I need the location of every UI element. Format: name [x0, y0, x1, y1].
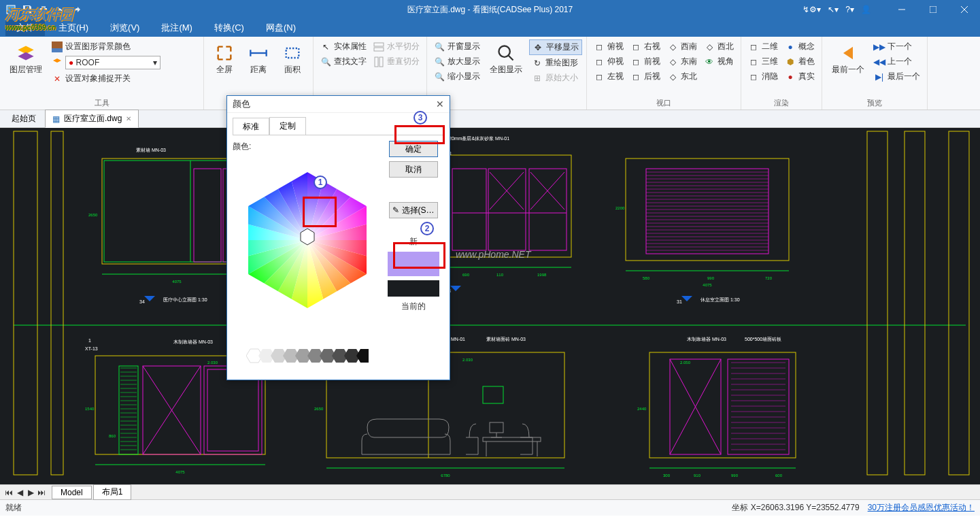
view-angle[interactable]: 👁视角: [701, 54, 737, 69]
menu-file[interactable]: 文件: [5, 20, 45, 36]
close-tab-icon[interactable]: ✕: [126, 115, 131, 122]
view-ne[interactable]: ◇东北: [664, 69, 700, 84]
cancel-button[interactable]: 取消: [389, 161, 438, 178]
dialog-title-bar[interactable]: 颜色 ✕: [227, 96, 450, 113]
color-label: 颜色:: [233, 141, 382, 152]
orig-size-button[interactable]: ⊞原始大小: [529, 71, 582, 85]
quick-access-toolbar: [0, 3, 87, 16]
tab-layout1[interactable]: 布局1: [93, 484, 132, 500]
tab-next-icon[interactable]: ▶: [26, 488, 35, 497]
svg-text:34: 34: [139, 299, 145, 304]
render-3d[interactable]: ◻三维: [745, 54, 781, 69]
tab-model[interactable]: Model: [52, 486, 92, 499]
print-icon[interactable]: [37, 3, 50, 16]
view-se[interactable]: ◇东南: [664, 54, 700, 69]
title-bar: 医疗室立面.dwg - 看图纸(CADSee Plus) 2017 ↯⚙▾ ↖▾…: [0, 0, 980, 19]
view-sw[interactable]: ◇西南: [664, 39, 700, 54]
next-button[interactable]: ▶▶下一个: [871, 39, 923, 54]
tab-doc1[interactable]: ▦医疗室立面.dwg✕: [45, 110, 139, 128]
entity-prop-button[interactable]: ↖实体属性: [318, 39, 369, 54]
cursor-icon[interactable]: ↖▾: [828, 5, 839, 14]
menu-view[interactable]: 浏览(V): [102, 20, 148, 36]
render-shade[interactable]: ⬢着色: [782, 54, 817, 69]
area-button[interactable]: 面积: [276, 39, 309, 78]
tab-last-icon[interactable]: ⏭: [37, 488, 46, 497]
svg-text:600: 600: [775, 473, 783, 478]
view-up[interactable]: ◻仰视: [591, 54, 626, 69]
zoom-window-button[interactable]: 🔍开窗显示: [431, 39, 483, 54]
tab-nav-arrows: ⏮ ◀ ▶ ⏭: [4, 488, 46, 497]
undo-icon[interactable]: [53, 3, 67, 16]
bg-color-button[interactable]: 设置图形背景颜色: [49, 39, 163, 54]
h-split-button[interactable]: 水平切分: [371, 39, 422, 54]
menu-home[interactable]: 主页(H): [50, 20, 97, 36]
render-2d[interactable]: ◻二维: [745, 39, 781, 54]
view-nw[interactable]: ◇西北: [701, 39, 737, 54]
preview-group-label: 预览: [826, 97, 923, 110]
zoom-out-button[interactable]: 🔍缩小显示: [431, 69, 483, 84]
tab-first-icon[interactable]: ⏮: [4, 488, 14, 497]
render-real[interactable]: ●真实: [782, 69, 817, 84]
dialog-close-icon[interactable]: ✕: [436, 99, 444, 110]
svg-text:910: 910: [694, 473, 701, 478]
fullscreen-button[interactable]: 全屏: [208, 39, 241, 78]
svg-text:580: 580: [643, 276, 650, 280]
close-button[interactable]: [949, 0, 980, 19]
view-top[interactable]: ◻俯视: [591, 39, 626, 54]
view-right[interactable]: ◻右视: [628, 39, 663, 54]
svg-text:医疗中心立面图 1:30: 医疗中心立面图 1:30: [163, 297, 207, 302]
layer-select-row[interactable]: ● ROOF▾: [49, 54, 163, 71]
zoom-in-button[interactable]: 🔍放大显示: [431, 54, 483, 69]
tab-start[interactable]: 起始页: [4, 110, 44, 128]
render-concept[interactable]: ●概念: [782, 39, 817, 54]
svg-rect-14: [375, 57, 378, 67]
status-promo-link[interactable]: 30万注册会员感恩优惠活动！: [868, 502, 975, 514]
layer-select[interactable]: ● ROOF▾: [65, 56, 160, 69]
render-hide[interactable]: ◻消隐: [745, 69, 781, 84]
pan-button[interactable]: ✥平移显示: [529, 39, 582, 55]
distance-button[interactable]: 距离: [242, 39, 275, 78]
last-button[interactable]: ▶|最后一个: [871, 69, 923, 84]
svg-rect-78: [949, 131, 969, 475]
pick-color-button[interactable]: ✎选择(S…: [389, 202, 438, 218]
save-icon[interactable]: [20, 3, 34, 16]
canvas-area[interactable]: 4075 2650 34 医疗中心立面图 1:30 素材墙 MN-03 690 …: [0, 128, 980, 484]
help-icon[interactable]: ?▾: [845, 5, 854, 14]
svg-text:1: 1: [88, 338, 91, 343]
svg-text:690: 690: [462, 273, 470, 277]
tab-prev-icon[interactable]: ◀: [15, 488, 24, 497]
grayscale-row[interactable]: [233, 335, 382, 370]
maximize-button[interactable]: [917, 0, 949, 19]
current-color-label: 当前的: [401, 301, 426, 312]
minimize-button[interactable]: [886, 0, 917, 19]
menu-convert[interactable]: 转换(C): [206, 20, 252, 36]
svg-text:木制靠墙器 MN-03: 木制靠墙器 MN-03: [687, 337, 726, 341]
app-icon[interactable]: [4, 3, 18, 16]
menu-cloud[interactable]: 网盘(N): [258, 20, 304, 36]
view-front[interactable]: ◻前视: [628, 54, 663, 69]
find-text-button[interactable]: 🔍查找文字: [318, 54, 369, 69]
svg-text:4075: 4075: [175, 470, 185, 474]
object-snap-button[interactable]: ✕设置对象捕捉开关: [49, 71, 163, 86]
zoom-all-button[interactable]: 全图显示: [484, 39, 528, 78]
prev-button[interactable]: ◀◀上一个: [871, 54, 923, 69]
status-ready: 就绪: [5, 502, 22, 514]
menu-annotate[interactable]: 批注(M): [153, 20, 201, 36]
svg-text:990: 990: [707, 276, 715, 280]
color-hex-picker[interactable]: [233, 155, 382, 332]
callout-circle-1: 1: [314, 176, 327, 189]
v-split-button[interactable]: 垂直切分: [371, 54, 422, 69]
window-title: 医疗室立面.dwg - 看图纸(CADSee Plus) 2017: [407, 4, 573, 16]
layer-manager-button[interactable]: 图层管理: [4, 39, 48, 78]
redraw-button[interactable]: ↻重绘图形: [529, 56, 582, 70]
prev-one-button[interactable]: 最前一个: [826, 39, 870, 78]
dialog-tab-custom[interactable]: 定制: [269, 117, 306, 135]
user-icon[interactable]: 👤: [861, 5, 871, 14]
wrench-icon[interactable]: ↯⚙▾: [802, 5, 821, 14]
svg-text:1998: 1998: [537, 273, 547, 277]
redo-icon[interactable]: [69, 3, 83, 16]
svg-rect-13: [374, 48, 384, 51]
dialog-tab-standard[interactable]: 标准: [233, 118, 269, 135]
view-left[interactable]: ◻左视: [591, 69, 626, 84]
view-back[interactable]: ◻后视: [628, 69, 663, 84]
